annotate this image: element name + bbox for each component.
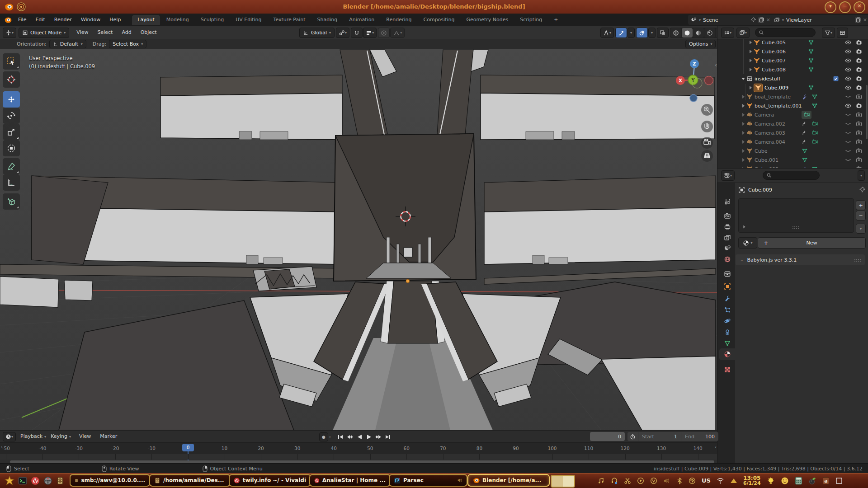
xray-toggle[interactable] (657, 28, 669, 38)
outliner-row-cube[interactable]: Cube (717, 146, 868, 155)
render-visibility-toggle[interactable] (856, 103, 862, 109)
tab-modeling[interactable]: Modeling (161, 15, 194, 25)
render-visibility-toggle[interactable] (856, 139, 862, 145)
render-visibility-toggle[interactable] (856, 148, 862, 154)
hide-eye-toggle[interactable] (845, 121, 851, 127)
next-keyframe-button[interactable] (374, 433, 383, 441)
timeline-editor-type-button[interactable]: ▾ (3, 432, 16, 441)
dictionary-tray-icon[interactable]: a (822, 477, 830, 485)
render-visibility-toggle[interactable] (856, 121, 862, 127)
material-slot-list[interactable] (738, 198, 854, 233)
outliner-row-cube001[interactable]: Cube.001 (717, 155, 868, 164)
pin-icon[interactable] (750, 17, 756, 23)
outliner-row-cube009-selected[interactable]: Cube.009 (717, 83, 868, 92)
measure-tool[interactable] (3, 174, 20, 191)
hide-eye-toggle[interactable] (845, 39, 851, 46)
menu-file[interactable]: File (14, 14, 31, 26)
expand-icon[interactable] (740, 103, 746, 109)
window-shade-button[interactable]: ▾ (825, 1, 836, 13)
expand-icon[interactable] (747, 66, 754, 73)
render-visibility-toggle[interactable] (856, 57, 862, 64)
proportional-editing-toggle[interactable] (378, 28, 390, 38)
pivot-point-dropdown[interactable]: ▾ (336, 28, 349, 38)
jump-to-start-button[interactable] (336, 433, 345, 441)
add-cube-tool[interactable] (3, 193, 20, 210)
menu-timeline-view[interactable]: View (75, 431, 95, 442)
expand-icon[interactable] (740, 121, 746, 127)
outliner-search-input[interactable] (755, 28, 816, 37)
camera-view-button[interactable] (701, 137, 713, 149)
close-button[interactable]: ✕ (854, 1, 865, 13)
vivaldi-launcher-icon[interactable] (31, 476, 40, 485)
mode-dropdown[interactable]: Object Mode ▾ (19, 28, 69, 38)
volume-tray-icon[interactable] (663, 477, 670, 484)
outliner-row-cube006[interactable]: Cube.006 (717, 47, 868, 56)
axis-x-neg-ball[interactable] (705, 76, 713, 85)
outliner-row-cube002[interactable]: Cube.002 (717, 164, 868, 168)
tab-object[interactable] (719, 281, 735, 292)
tab-texture[interactable] (719, 364, 735, 375)
add-workspace-button[interactable]: + (548, 15, 563, 25)
recorder-tray-icon[interactable] (650, 477, 657, 484)
taskbar-button-analiestar[interactable]: AnalieStar | Home ... (309, 474, 391, 487)
taskbar-button-home[interactable]: /home/amalie/Des... (149, 474, 231, 487)
music-tray-icon[interactable] (598, 477, 605, 484)
menu-view[interactable]: View (72, 26, 93, 39)
navigation-gizmo[interactable]: Z X Y ‹ (660, 49, 717, 166)
axis-gizmo[interactable]: Z X Y (676, 59, 713, 102)
pan-button[interactable] (701, 121, 713, 132)
tab-view-layer[interactable] (719, 232, 735, 244)
minimize-button[interactable]: ─ (839, 1, 851, 13)
shading-solid-button[interactable] (682, 28, 693, 38)
timeline-collapse-arrow[interactable]: ‹ (715, 445, 717, 450)
hide-eye-toggle[interactable] (845, 57, 851, 64)
menu-add[interactable]: Add (117, 26, 136, 39)
usb-tray-icon[interactable] (689, 477, 696, 484)
hide-eye-toggle[interactable] (845, 157, 851, 163)
rotate-tool[interactable] (3, 108, 20, 124)
window-titlebar[interactable]: Blender [/home/amalie/Desktop/blender/bi… (0, 0, 868, 14)
resize-grip-icon[interactable] (792, 226, 799, 230)
view-layer-selector[interactable]: ▾ ViewLayer ✕ (771, 15, 868, 25)
outliner-display-mode-dropdown[interactable]: ▾ (721, 28, 734, 38)
terminal-launcher-icon[interactable] (18, 476, 27, 485)
render-visibility-toggle[interactable] (856, 112, 862, 118)
outliner-row-boat-template[interactable]: boat_template (717, 92, 868, 101)
menu-window[interactable]: Window (76, 14, 105, 26)
outliner-scrollbar[interactable] (866, 85, 868, 139)
outliner-row-cube008[interactable]: Cube.008 (717, 65, 868, 74)
tab-physics[interactable] (719, 315, 735, 327)
menu-object[interactable]: Object (136, 26, 161, 39)
hide-eye-toggle[interactable] (845, 148, 851, 154)
scene-selector[interactable]: ▾ Scene ✕ (688, 15, 773, 25)
new-view-layer-icon[interactable] (855, 17, 861, 23)
properties-search-input[interactable] (763, 171, 820, 180)
play-button[interactable] (365, 433, 373, 441)
tab-sculpting[interactable]: Sculpting (195, 15, 229, 25)
collapse-icon[interactable] (740, 75, 746, 82)
proportional-falloff-dropdown[interactable]: ▾ (390, 28, 405, 38)
media-launcher-icon[interactable] (43, 476, 52, 485)
tool-orientation-dropdown[interactable]: Default ▾ (49, 40, 86, 48)
bluetooth-tray-icon[interactable] (676, 477, 683, 484)
menu-star-icon[interactable] (5, 476, 14, 486)
expand-icon[interactable] (747, 48, 754, 55)
tab-output[interactable] (719, 221, 735, 233)
headset-tray-icon[interactable] (611, 477, 618, 484)
shading-material-button[interactable] (693, 28, 704, 38)
menu-render[interactable]: Render (50, 14, 76, 26)
tab-tool[interactable] (719, 196, 735, 207)
visibility-dropdown[interactable]: ▾ (600, 28, 614, 38)
clock[interactable]: 13:05 6/1/24 (743, 475, 761, 486)
add-slot-button[interactable]: + (856, 200, 866, 210)
menu-playback[interactable]: Playback (16, 431, 47, 442)
hide-eye-toggle[interactable] (845, 139, 851, 145)
tab-layout[interactable]: Layout (132, 15, 160, 25)
expand-icon[interactable] (747, 84, 754, 91)
notifications-expand-icon[interactable] (730, 478, 737, 483)
tab-animation[interactable]: Animation (344, 15, 380, 25)
taskbar-button-blender-active[interactable]: Blender [/home/a... (467, 474, 550, 487)
annotate-tool[interactable] (3, 158, 20, 174)
zoom-button[interactable] (701, 104, 713, 116)
collection-checkbox[interactable] (833, 75, 839, 82)
